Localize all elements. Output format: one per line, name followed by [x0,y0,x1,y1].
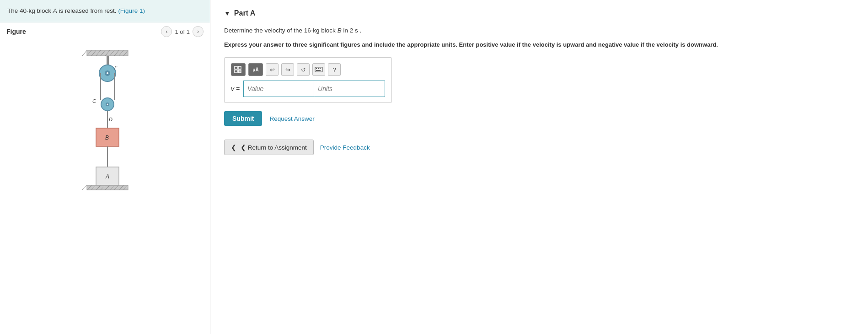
svg-rect-43 [238,70,241,73]
svg-rect-44 [315,67,322,72]
request-answer-link[interactable]: Request Answer [269,115,314,122]
part-header: ▼ Part A [224,9,854,17]
return-chevron-icon: ❮ [231,144,236,151]
units-input[interactable] [314,81,385,97]
left-panel: The 40-kg block A is released from rest.… [0,0,210,334]
value-input[interactable] [243,81,314,97]
return-to-assignment-button[interactable]: ❮ ❮ Return to Assignment [224,140,314,155]
question-text-before: Determine the velocity of the 16-kg bloc… [224,27,338,34]
figure-title: Figure [6,28,26,35]
figure-diagram: F C D B [59,50,151,198]
right-panel: ▼ Part A Determine the velocity of the 1… [210,0,868,334]
svg-rect-46 [318,68,319,69]
part-title: Part A [234,9,256,17]
undo-button[interactable]: ↩ [266,63,279,76]
svg-point-20 [107,104,108,105]
svg-rect-40 [235,66,237,69]
question-text: Determine the velocity of the 16-kg bloc… [224,26,854,36]
submit-button[interactable]: Submit [224,111,262,126]
svg-rect-41 [238,66,241,69]
keyboard-button[interactable] [312,63,325,76]
block-variable-a: A [53,7,57,14]
instruction-text: Express your answer to three significant… [224,40,854,49]
v-label: v = [231,85,240,92]
svg-rect-11 [107,56,109,65]
question-text-end: in 2 s . [342,27,362,34]
bottom-nav: ❮ ❮ Return to Assignment Provide Feedbac… [224,140,854,155]
svg-text:A: A [105,173,109,180]
svg-line-28 [82,185,87,190]
figure-header: Figure ‹ 1 of 1 › [0,22,210,41]
toolbar: μÅ ↩ ↪ ↺ ? [231,63,385,76]
page-indicator: 1 of 1 [175,28,190,35]
svg-line-1 [82,50,87,56]
symbol-button[interactable]: μÅ [248,63,263,76]
svg-rect-48 [316,70,321,71]
figure-link[interactable]: (Figure 1) [118,7,145,14]
svg-text:F: F [114,65,118,70]
svg-rect-47 [320,68,321,69]
symbol-btn-label: μÅ [252,67,258,72]
figure-content: F C D B [0,41,210,334]
return-btn-label: ❮ Return to Assignment [241,144,307,151]
svg-text:B: B [105,135,108,141]
redo-button[interactable]: ↪ [281,63,294,76]
svg-rect-45 [316,68,317,69]
collapse-arrow-icon[interactable]: ▼ [224,10,230,17]
svg-text:C: C [92,98,96,104]
svg-point-14 [107,72,108,74]
problem-text-middle: is released from rest. [57,7,118,14]
action-row: Submit Request Answer [224,111,854,126]
refresh-button[interactable]: ↺ [297,63,310,76]
help-button[interactable]: ? [328,63,341,76]
figure-nav: ‹ 1 of 1 › [161,26,204,37]
svg-rect-42 [235,70,237,73]
provide-feedback-link[interactable]: Provide Feedback [320,144,370,151]
problem-statement: The 40-kg block A is released from rest.… [0,0,210,22]
figure-next-button[interactable]: › [193,26,204,37]
matrix-button[interactable] [231,63,246,76]
figure-prev-button[interactable]: ‹ [161,26,172,37]
answer-container: μÅ ↩ ↪ ↺ ? v = [224,57,392,103]
problem-text-before: The 40-kg block [7,7,53,14]
svg-text:D: D [109,117,113,122]
block-variable-b: B [338,27,342,34]
input-row: v = [231,81,385,97]
